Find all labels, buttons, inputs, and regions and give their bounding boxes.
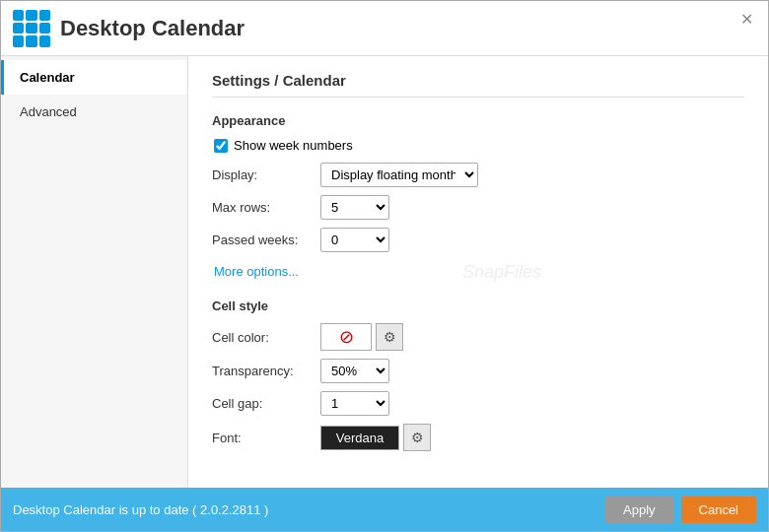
display-label: Display:	[212, 167, 320, 182]
page-title: Settings / Calendar	[212, 72, 744, 98]
title-left: Desktop Calendar	[13, 10, 245, 47]
sidebar-item-advanced-label: Advanced	[20, 104, 77, 119]
show-week-numbers-label: Show week numbers	[234, 138, 353, 153]
sidebar-item-advanced[interactable]: Advanced	[1, 95, 187, 129]
close-button[interactable]: ✕	[736, 9, 756, 29]
cancel-button[interactable]: Cancel	[681, 497, 756, 523]
app-title: Desktop Calendar	[60, 16, 245, 41]
font-gear-button[interactable]: ⚙	[403, 424, 431, 451]
cell-color-button[interactable]: ⊘	[320, 323, 372, 351]
app-icon	[13, 10, 50, 47]
watermark: SnapFiles	[462, 262, 541, 283]
cell-gap-label: Cell gap:	[212, 396, 320, 411]
main-content: Calendar Advanced Settings / Calendar Ap…	[1, 56, 768, 488]
max-rows-select[interactable]: 123456	[320, 195, 389, 220]
status-bar: Desktop Calendar is up to date ( 2.0.2.2…	[1, 488, 768, 531]
font-label: Font:	[212, 431, 320, 445]
cell-color-label: Cell color:	[212, 330, 320, 345]
sidebar: Calendar Advanced	[1, 56, 188, 488]
appearance-section-title: Appearance	[212, 113, 744, 128]
cell-gap-select[interactable]: 012345	[320, 391, 389, 416]
use-default-link[interactable]: Use default settings	[212, 487, 324, 488]
display-select[interactable]: Display floating months Display fixed mo…	[320, 163, 478, 187]
cell-gap-row: Cell gap: 012345	[212, 391, 744, 416]
show-week-numbers-row: Show week numbers	[214, 138, 744, 153]
transparency-select[interactable]: 0%10%20%30%40%50%60%70%80%90%	[320, 359, 389, 383]
gear-icon: ⚙	[384, 329, 396, 345]
cell-style-section-title: Cell style	[212, 299, 744, 313]
passed-weeks-label: Passed weeks:	[212, 233, 320, 247]
transparency-row: Transparency: 0%10%20%30%40%50%60%70%80%…	[212, 359, 744, 383]
cell-color-row: Cell color: ⊘ ⚙	[212, 323, 744, 351]
no-entry-icon: ⊘	[336, 327, 356, 347]
transparency-label: Transparency:	[212, 364, 320, 378]
font-row: Font: Verdana ⚙	[212, 424, 744, 451]
status-buttons: Apply Cancel	[605, 497, 756, 523]
max-rows-row: Max rows: 123456	[212, 195, 744, 220]
status-message: Desktop Calendar is up to date ( 2.0.2.2…	[13, 502, 268, 517]
passed-weeks-row: Passed weeks: 0123	[212, 228, 744, 252]
font-display: Verdana	[320, 426, 399, 450]
max-rows-label: Max rows:	[212, 200, 320, 215]
main-window: Desktop Calendar ✕ Calendar Advanced Set…	[0, 0, 769, 532]
cell-color-gear-button[interactable]: ⚙	[376, 323, 403, 351]
sidebar-item-calendar[interactable]: Calendar	[1, 60, 187, 95]
display-row: Display: Display floating months Display…	[212, 163, 744, 187]
show-week-numbers-checkbox[interactable]	[214, 139, 228, 153]
title-bar: Desktop Calendar ✕	[1, 1, 768, 56]
passed-weeks-select[interactable]: 0123	[320, 228, 389, 252]
apply-button[interactable]: Apply	[605, 497, 673, 523]
sidebar-item-calendar-label: Calendar	[20, 70, 75, 85]
font-gear-icon: ⚙	[411, 430, 424, 445]
more-options-link[interactable]: More options...	[214, 264, 299, 279]
settings-panel: Settings / Calendar Appearance Show week…	[188, 56, 768, 488]
